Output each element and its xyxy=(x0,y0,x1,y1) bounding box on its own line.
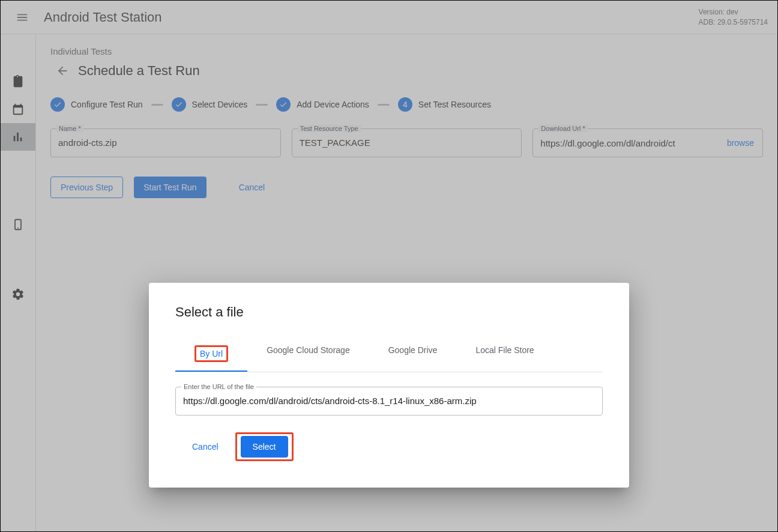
field-label: Test Resource Type xyxy=(298,125,361,132)
field-label: Name * xyxy=(56,125,83,132)
field-label: Enter the URL of the file xyxy=(181,383,256,390)
dialog-cancel-button[interactable]: Cancel xyxy=(182,436,228,458)
url-input[interactable]: Enter the URL of the file https://dl.goo… xyxy=(175,387,603,416)
tab-gdrive[interactable]: Google Drive xyxy=(369,337,457,372)
select-file-dialog: Select a file By Url Google Cloud Storag… xyxy=(149,283,629,488)
field-label: Download Url * xyxy=(538,125,587,132)
modal-overlay[interactable]: Select a file By Url Google Cloud Storag… xyxy=(1,1,777,531)
dialog-select-button[interactable]: Select xyxy=(241,436,288,458)
tab-gcs[interactable]: Google Cloud Storage xyxy=(247,337,369,372)
dialog-actions: Cancel Select xyxy=(175,432,603,461)
highlight-select: Select xyxy=(235,432,294,461)
dialog-tabs: By Url Google Cloud Storage Google Drive… xyxy=(175,337,603,372)
highlight-by-url: By Url xyxy=(194,345,228,362)
field-value: https://dl.google.com/dl/android/cts/and… xyxy=(176,387,602,414)
tab-local[interactable]: Local File Store xyxy=(456,337,553,372)
tab-by-url[interactable]: By Url xyxy=(175,337,247,372)
tab-label: By Url xyxy=(200,349,223,358)
dialog-title: Select a file xyxy=(175,304,603,320)
